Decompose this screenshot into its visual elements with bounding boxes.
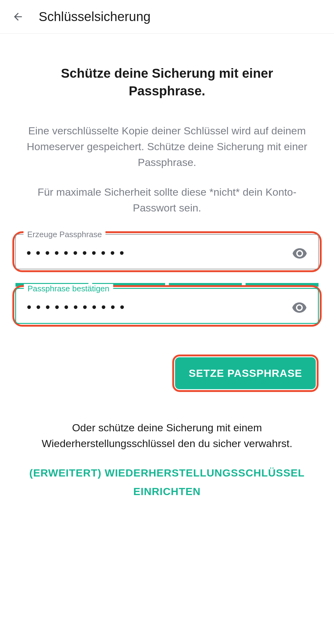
toggle-visibility-create[interactable] bbox=[290, 247, 309, 259]
main-content: Schütze deine Sicherung mit einer Passph… bbox=[0, 34, 334, 501]
arrow-left-icon bbox=[12, 11, 24, 23]
eye-icon bbox=[292, 248, 307, 259]
back-button[interactable] bbox=[11, 10, 25, 24]
create-passphrase-input[interactable]: ••••••••••• bbox=[16, 235, 318, 269]
toggle-visibility-confirm[interactable] bbox=[290, 301, 309, 314]
confirm-passphrase-label: Passphrase bestätigen bbox=[24, 284, 113, 294]
create-passphrase-value: ••••••••••• bbox=[25, 247, 290, 259]
eye-icon bbox=[292, 302, 307, 313]
alternative-text: Oder schütze deine Sicherung mit einem W… bbox=[12, 420, 322, 451]
confirm-passphrase-group: Passphrase bestätigen ••••••••••• bbox=[12, 285, 322, 327]
set-passphrase-button[interactable]: SETZE PASSPHRASE bbox=[175, 357, 316, 389]
app-header: Schlüsselsicherung bbox=[0, 0, 334, 34]
description-text-1: Eine verschlüsselte Kopie deiner Schlüss… bbox=[23, 123, 311, 170]
confirm-passphrase-value: ••••••••••• bbox=[25, 301, 290, 314]
advanced-recovery-key-button[interactable]: (ERWEITERT) WIEDERHERSTELLUNGSSCHLÜSSEL … bbox=[12, 464, 322, 501]
confirm-passphrase-inner: Passphrase bestätigen ••••••••••• bbox=[15, 288, 319, 324]
create-passphrase-label: Erzeuge Passphrase bbox=[24, 230, 105, 239]
page-title: Schlüsselsicherung bbox=[39, 9, 151, 24]
confirm-passphrase-input[interactable]: ••••••••••• bbox=[16, 289, 318, 323]
main-heading: Schütze deine Sicherung mit einer Passph… bbox=[12, 65, 322, 100]
description-text-2: Für maximale Sicherheit sollte diese *ni… bbox=[23, 184, 311, 216]
create-passphrase-group: Erzeuge Passphrase ••••••••••• bbox=[12, 231, 322, 272]
set-button-highlight: SETZE PASSPHRASE bbox=[172, 355, 319, 392]
description-block: Eine verschlüsselte Kopie deiner Schlüss… bbox=[12, 123, 322, 216]
button-row: SETZE PASSPHRASE bbox=[12, 355, 322, 392]
create-passphrase-inner: Erzeuge Passphrase ••••••••••• bbox=[15, 234, 319, 269]
